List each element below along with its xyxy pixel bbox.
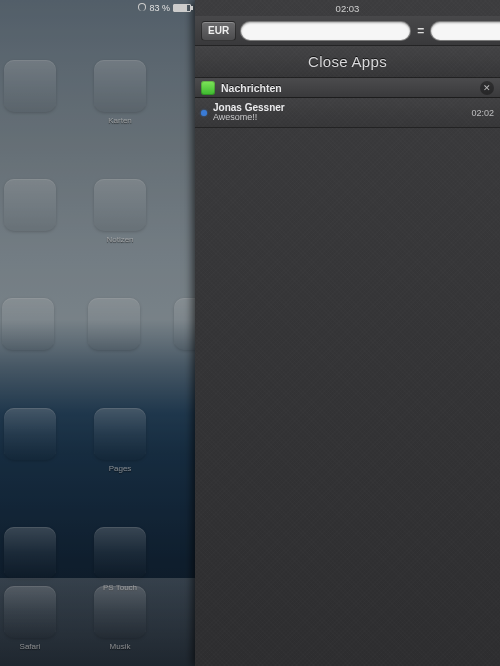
app-icon[interactable]: Notizen	[92, 179, 148, 244]
dock: Safari Musik	[0, 578, 195, 666]
currency-converter: EUR = AUD	[195, 16, 500, 46]
clear-section-button[interactable]: ✕	[480, 81, 494, 95]
lock-icon	[138, 3, 146, 11]
clock: 02:03	[336, 3, 360, 14]
notification-section-header[interactable]: Nachrichten ✕	[195, 78, 500, 98]
currency-from-input[interactable]	[240, 21, 411, 41]
dock-app[interactable]: Safari	[2, 586, 58, 651]
notification-panel[interactable]: 02:03 EUR = AUD Close Apps Nachrichten ✕…	[195, 0, 500, 666]
battery-percentage: 83 %	[149, 3, 170, 13]
notification-message: Awesome!!	[213, 113, 465, 123]
app-icon[interactable]	[2, 527, 58, 592]
app-icon[interactable]	[88, 298, 140, 354]
dock-app[interactable]: Musik	[92, 586, 148, 651]
notification-time: 02:02	[471, 108, 494, 118]
currency-to-input[interactable]	[430, 21, 500, 41]
app-icon[interactable]: Karten	[92, 60, 148, 125]
equals-label: =	[415, 24, 426, 38]
app-icon[interactable]: Pages	[92, 408, 148, 473]
notification-item[interactable]: Jonas Gessner Awesome!! 02:02	[195, 98, 500, 128]
app-icon[interactable]	[2, 298, 54, 354]
status-bar-right: 02:03	[195, 0, 500, 16]
home-screen: 83 % Karten Notizen Pages PS Touch Safar…	[0, 0, 195, 666]
app-icon[interactable]	[2, 60, 58, 125]
status-bar-left: 83 %	[0, 0, 195, 16]
unread-dot-icon	[201, 110, 207, 116]
app-icon[interactable]	[2, 408, 58, 473]
app-icon[interactable]	[2, 179, 58, 244]
messages-icon	[201, 81, 215, 95]
app-grid: Karten Notizen Pages PS Touch	[0, 60, 195, 576]
close-apps-button[interactable]: Close Apps	[195, 46, 500, 78]
currency-from-button[interactable]: EUR	[201, 21, 236, 41]
app-icon[interactable]: PS Touch	[92, 527, 148, 592]
section-title: Nachrichten	[221, 82, 474, 94]
battery-icon	[173, 4, 191, 12]
